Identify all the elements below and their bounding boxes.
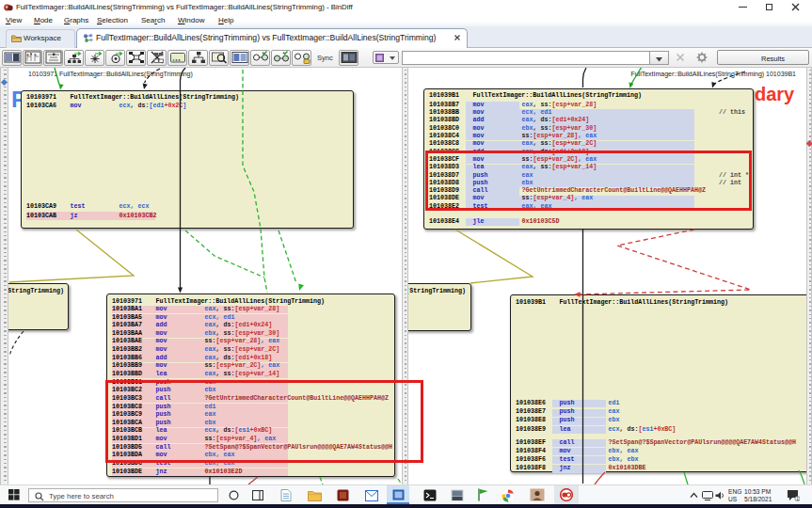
svg-text:1: 1	[796, 496, 799, 501]
